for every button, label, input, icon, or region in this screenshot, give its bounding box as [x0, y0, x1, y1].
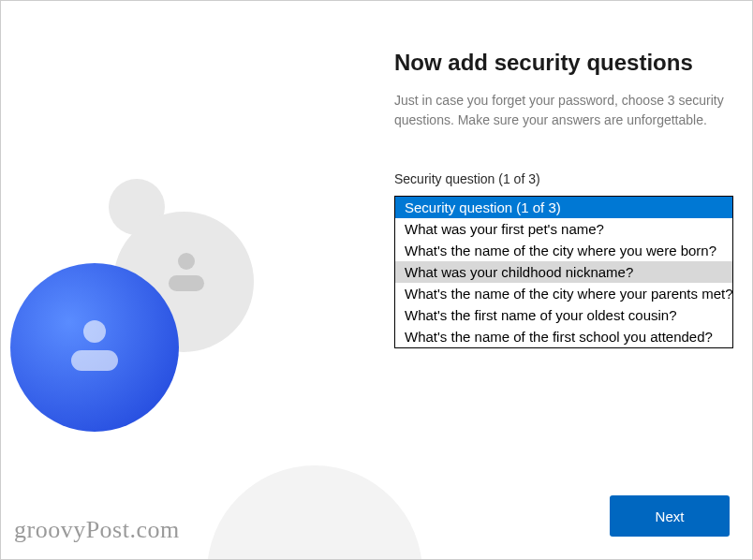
- security-question-dropdown[interactable]: Security question (1 of 3)What was your …: [394, 196, 733, 348]
- dropdown-label: Security question (1 of 3): [394, 171, 731, 186]
- next-button[interactable]: Next: [610, 495, 730, 537]
- page-title: Now add security questions: [394, 50, 731, 76]
- person-icon: [62, 315, 127, 380]
- watermark: groovyPost.com: [14, 516, 180, 544]
- dropdown-option[interactable]: What's the name of the city where your p…: [395, 283, 732, 304]
- dropdown-option[interactable]: Security question (1 of 3): [395, 197, 732, 218]
- dropdown-option[interactable]: What was your childhood nickname?: [395, 261, 732, 283]
- avatar-circle: [10, 263, 179, 432]
- person-icon-background: [160, 249, 212, 301]
- illustration-area: [1, 169, 319, 488]
- page-subtitle: Just in case you forget your password, c…: [394, 91, 731, 130]
- main-content: Now add security questions Just in case …: [394, 50, 731, 348]
- dropdown-option[interactable]: What was your first pet's name?: [395, 218, 732, 240]
- dropdown-option[interactable]: What's the name of the first school you …: [395, 326, 732, 347]
- dropdown-option[interactable]: What's the first name of your oldest cou…: [395, 304, 732, 326]
- dropdown-option[interactable]: What's the name of the city where you we…: [395, 240, 732, 261]
